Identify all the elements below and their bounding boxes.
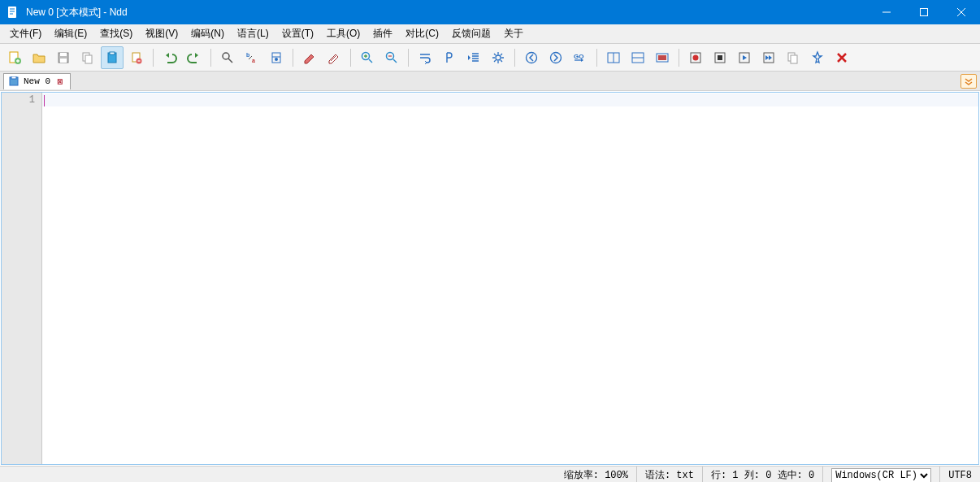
svg-point-22 xyxy=(551,52,562,63)
play-fast-button[interactable] xyxy=(757,46,780,69)
goto-button[interactable]: GO xyxy=(569,46,592,69)
clear-format-button[interactable] xyxy=(298,46,321,69)
stop-button[interactable] xyxy=(709,46,731,69)
text-editor[interactable] xyxy=(42,93,978,464)
menu-encoding[interactable]: 编码(N) xyxy=(184,24,231,43)
redo-button[interactable] xyxy=(183,46,206,69)
line-gutter: 1 xyxy=(2,93,42,464)
tab-new-0[interactable]: New 0 ⊠ xyxy=(3,73,71,89)
line-number: 1 xyxy=(2,94,35,106)
menu-language[interactable]: 语言(L) xyxy=(231,24,275,43)
text-cursor xyxy=(44,95,45,106)
tab-close-icon[interactable]: ⊠ xyxy=(55,76,65,86)
menu-about[interactable]: 关于 xyxy=(497,24,530,43)
wordwrap-button[interactable] xyxy=(414,46,436,69)
svg-point-17 xyxy=(275,58,278,61)
indent-button[interactable] xyxy=(462,46,485,69)
bookmark-button[interactable] xyxy=(265,46,288,69)
svg-rect-10 xyxy=(110,52,115,54)
maximize-button[interactable] xyxy=(905,0,943,24)
status-eol[interactable]: Windows(CR LF)Unix(LF)Mac(CR) xyxy=(823,467,940,482)
editor-container: 1 xyxy=(1,92,979,465)
close-all-button[interactable] xyxy=(830,46,853,69)
prev-button[interactable] xyxy=(520,46,543,69)
current-line-highlight xyxy=(42,93,978,106)
pin-button[interactable] xyxy=(806,46,829,69)
svg-rect-31 xyxy=(718,55,722,60)
record-button[interactable] xyxy=(684,46,707,69)
svg-text:b: b xyxy=(246,52,249,58)
undo-button[interactable] xyxy=(158,46,181,69)
window-title: New 0 [文本模式] - Ndd xyxy=(26,6,868,20)
zoom-out-button[interactable] xyxy=(380,46,403,69)
tabbar: New 0 ⊠ xyxy=(0,72,980,91)
menu-find[interactable]: 查找(S) xyxy=(93,24,139,43)
status-position: 行: 1 列: 0 选中: 0 xyxy=(703,467,823,482)
svg-rect-27 xyxy=(658,55,666,60)
close-button[interactable] xyxy=(943,0,980,24)
show-whitespace-button[interactable] xyxy=(438,46,461,69)
svg-point-29 xyxy=(693,54,699,60)
svg-point-21 xyxy=(527,52,537,63)
menubar: 文件(F) 编辑(E) 查找(S) 视图(V) 编码(N) 语言(L) 设置(T… xyxy=(0,24,980,44)
menu-settings[interactable]: 设置(T) xyxy=(275,24,320,43)
app-icon xyxy=(7,6,20,19)
tab-label: New 0 xyxy=(24,76,50,86)
menu-feedback[interactable]: 反馈问题 xyxy=(445,24,497,43)
svg-rect-35 xyxy=(791,55,797,63)
paste-button[interactable] xyxy=(101,46,124,69)
file-icon xyxy=(9,76,19,86)
titlebar: New 0 [文本模式] - Ndd xyxy=(0,0,980,24)
minimize-button[interactable] xyxy=(868,0,905,24)
svg-rect-37 xyxy=(11,76,16,79)
copy-button[interactable] xyxy=(76,46,99,69)
zoom-in-button[interactable] xyxy=(356,46,379,69)
svg-rect-1 xyxy=(921,9,928,16)
menu-edit[interactable]: 编辑(E) xyxy=(48,24,93,43)
play-button[interactable] xyxy=(733,46,756,69)
svg-text:a: a xyxy=(252,58,255,63)
svg-rect-6 xyxy=(60,59,67,63)
menu-view[interactable]: 视图(V) xyxy=(139,24,184,43)
menu-plugins[interactable]: 插件 xyxy=(366,24,399,43)
settings-gear-button[interactable] xyxy=(487,46,510,69)
new-file-button[interactable] xyxy=(3,46,26,69)
menu-tools[interactable]: 工具(O) xyxy=(320,24,366,43)
save-button[interactable] xyxy=(52,46,75,69)
open-file-button[interactable] xyxy=(28,46,50,69)
replace-button[interactable]: ba xyxy=(241,46,263,69)
menu-compare[interactable]: 对比(C) xyxy=(399,24,445,43)
svg-point-13 xyxy=(223,53,229,59)
statusbar: 缩放率: 100% 语法: txt 行: 1 列: 0 选中: 0 Window… xyxy=(0,466,980,482)
next-button[interactable] xyxy=(544,46,567,69)
fullscreen-button[interactable] xyxy=(651,46,674,69)
eol-select[interactable]: Windows(CR LF)Unix(LF)Mac(CR) xyxy=(831,468,931,483)
svg-point-20 xyxy=(496,55,501,60)
tabs-dropdown-button[interactable] xyxy=(960,74,977,89)
find-button[interactable] xyxy=(216,46,239,69)
toolbar: ba GO xyxy=(0,44,980,72)
menu-file[interactable]: 文件(F) xyxy=(3,24,48,43)
status-zoom[interactable]: 缩放率: 100% xyxy=(556,467,637,482)
save-macro-button[interactable] xyxy=(782,46,804,69)
status-encoding[interactable]: UTF8 xyxy=(940,467,980,482)
split-h-button[interactable] xyxy=(602,46,625,69)
cut-button[interactable] xyxy=(125,46,148,69)
svg-rect-5 xyxy=(60,53,67,56)
status-syntax[interactable]: 语法: txt xyxy=(637,467,703,482)
svg-rect-8 xyxy=(85,55,92,63)
split-v-button[interactable] xyxy=(627,46,649,69)
clear-all-button[interactable] xyxy=(323,46,345,69)
svg-text:GO: GO xyxy=(574,53,583,60)
svg-rect-0 xyxy=(8,7,16,18)
